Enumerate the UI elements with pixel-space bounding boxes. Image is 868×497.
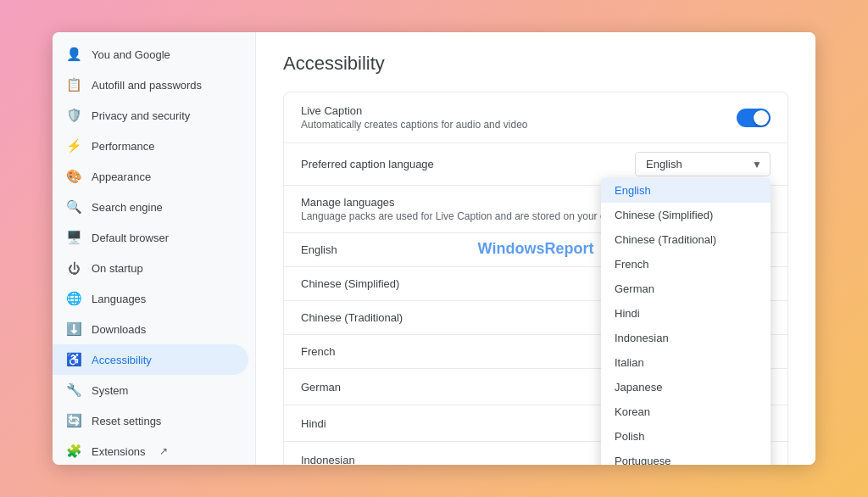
you-and-google-icon: 👤 xyxy=(66,47,81,62)
sidebar-item-languages[interactable]: 🌐Languages xyxy=(53,283,248,314)
live-caption-sublabel: Automatically creates captions for audio… xyxy=(301,119,737,131)
main-content: WindowsReport Accessibility Live Caption… xyxy=(256,32,815,465)
dropdown-option-italian[interactable]: Italian xyxy=(601,350,771,375)
sidebar-label-default-browser: Default browser xyxy=(92,232,169,244)
dropdown-option-portuguese[interactable]: Portuguese xyxy=(601,449,771,465)
external-link-icon: ↗ xyxy=(159,445,168,457)
extensions-icon: 🧩 xyxy=(66,444,81,459)
system-icon: 🔧 xyxy=(66,383,81,398)
language-name: Indonesian xyxy=(301,454,634,466)
dropdown-option-japanese[interactable]: Japanese xyxy=(601,375,771,399)
autofill-passwords-icon: 📋 xyxy=(66,77,81,92)
page-title: Accessibility xyxy=(283,53,788,75)
sidebar-label-downloads: Downloads xyxy=(92,323,146,336)
sidebar-item-autofill-passwords[interactable]: 📋Autofill and passwords xyxy=(53,70,248,100)
sidebar-item-appearance[interactable]: 🎨Appearance xyxy=(53,161,248,192)
preferred-caption-row: Preferred caption language English ▼ Eng… xyxy=(284,143,787,186)
sidebar-label-privacy-security: Privacy and security xyxy=(92,109,190,122)
dropdown-option-chinese-(simplified)[interactable]: Chinese (Simplified) xyxy=(601,203,771,227)
accessibility-card: Live Caption Automatically creates capti… xyxy=(283,92,788,465)
dropdown-option-korean[interactable]: Korean xyxy=(601,399,771,424)
performance-icon: ⚡ xyxy=(66,138,81,154)
live-caption-label-group: Live Caption Automatically creates capti… xyxy=(301,104,737,131)
caption-language-dropdown[interactable]: English xyxy=(635,152,771,176)
sidebar-item-you-and-google[interactable]: 👤You and Google xyxy=(53,39,248,70)
sidebar-item-performance[interactable]: ⚡Performance xyxy=(53,131,248,161)
dropdown-option-chinese-(traditional)[interactable]: Chinese (Traditional) xyxy=(601,227,771,252)
dropdown-option-english[interactable]: English xyxy=(601,178,771,203)
language-name: Hindi xyxy=(301,417,634,430)
sidebar-label-languages: Languages xyxy=(92,293,146,305)
sidebar-label-performance: Performance xyxy=(92,140,154,153)
dropdown-option-indonesian[interactable]: Indonesian xyxy=(601,326,771,350)
sidebar-item-extensions[interactable]: 🧩Extensions↗ xyxy=(53,436,248,465)
language-name: German xyxy=(301,381,634,394)
dropdown-popup: EnglishChinese (Simplified)Chinese (Trad… xyxy=(601,178,771,465)
on-startup-icon: ⏻ xyxy=(66,260,81,276)
sidebar-item-reset-settings[interactable]: 🔄Reset settings xyxy=(53,405,248,436)
privacy-security-icon: 🛡️ xyxy=(66,108,81,123)
live-caption-row: Live Caption Automatically creates capti… xyxy=(284,92,787,143)
sidebar-item-privacy-security[interactable]: 🛡️Privacy and security xyxy=(53,100,248,131)
default-browser-icon: 🖥️ xyxy=(66,230,81,245)
search-engine-icon: 🔍 xyxy=(66,199,81,215)
languages-icon: 🌐 xyxy=(66,291,81,306)
sidebar-item-downloads[interactable]: ⬇️Downloads xyxy=(53,314,248,344)
dropdown-option-hindi[interactable]: Hindi xyxy=(601,301,771,326)
sidebar-label-on-startup: On startup xyxy=(92,262,143,275)
downloads-icon: ⬇️ xyxy=(66,321,81,337)
sidebar-label-extensions: Extensions xyxy=(92,445,146,458)
sidebar-label-reset-settings: Reset settings xyxy=(92,415,161,427)
sidebar-label-you-and-google: You and Google xyxy=(92,48,170,61)
sidebar-item-on-startup[interactable]: ⏻On startup xyxy=(53,253,248,283)
sidebar-label-search-engine: Search engine xyxy=(92,201,163,214)
sidebar-label-appearance: Appearance xyxy=(92,170,151,183)
sidebar: 👤You and Google📋Autofill and passwords🛡️… xyxy=(53,32,256,465)
appearance-icon: 🎨 xyxy=(66,169,81,184)
dropdown-option-german[interactable]: German xyxy=(601,276,771,301)
sidebar-item-accessibility[interactable]: ♿Accessibility xyxy=(53,344,248,375)
dropdown-option-polish[interactable]: Polish xyxy=(601,424,771,449)
sidebar-label-system: System xyxy=(92,384,128,397)
dropdown-selected-value: English xyxy=(646,158,682,170)
preferred-caption-label: Preferred caption language xyxy=(301,158,635,170)
dropdown-wrapper: English ▼ EnglishChinese (Simplified)Chi… xyxy=(635,152,771,176)
live-caption-label: Live Caption xyxy=(301,104,737,117)
sidebar-item-search-engine[interactable]: 🔍Search engine xyxy=(53,192,248,222)
sidebar-label-autofill-passwords: Autofill and passwords xyxy=(92,79,202,92)
dropdown-option-french[interactable]: French xyxy=(601,252,771,276)
sidebar-item-default-browser[interactable]: 🖥️Default browser xyxy=(53,222,248,253)
live-caption-toggle[interactable] xyxy=(737,109,771,127)
sidebar-label-accessibility: Accessibility xyxy=(92,354,152,366)
reset-settings-icon: 🔄 xyxy=(66,413,81,428)
chrome-window: 👤You and Google📋Autofill and passwords🛡️… xyxy=(53,32,815,465)
sidebar-item-system[interactable]: 🔧System xyxy=(53,375,248,405)
accessibility-icon: ♿ xyxy=(66,352,81,367)
